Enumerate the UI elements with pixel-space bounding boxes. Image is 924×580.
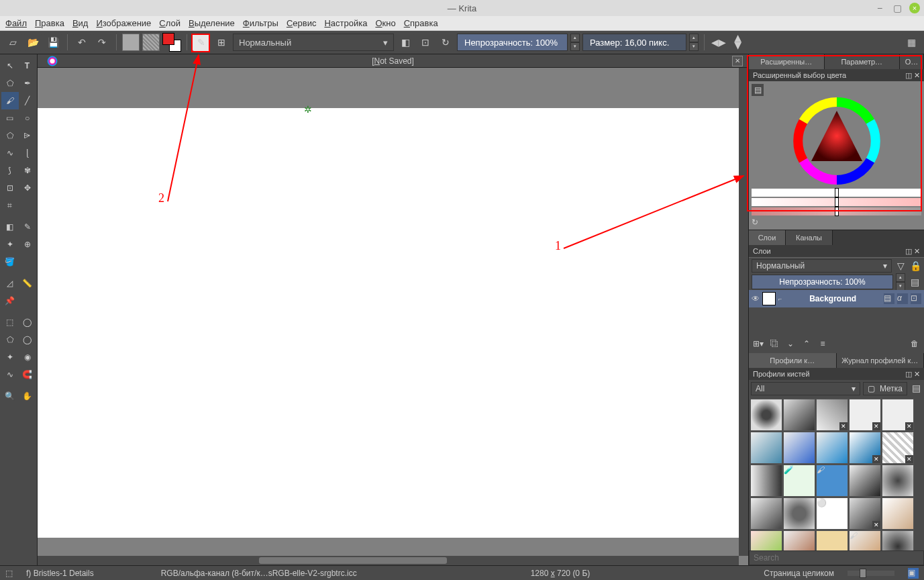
reference-tool[interactable]: 📌 <box>1 292 19 309</box>
polygon-tool[interactable]: ⬠ <box>1 127 19 144</box>
calligraphy-tool[interactable]: ✒ <box>19 75 36 92</box>
minimize-button[interactable]: − <box>874 3 885 13</box>
menu-view[interactable]: Вид <box>72 18 89 28</box>
menu-select[interactable]: Выделение <box>189 18 235 28</box>
ruler-tool[interactable]: 📏 <box>19 275 36 292</box>
preset-tag-button[interactable]: ▢ Метка <box>863 382 907 395</box>
smart-patch-tool[interactable]: ⊕ <box>19 236 36 253</box>
alpha-lock-button[interactable]: ⊡ <box>417 34 434 51</box>
workspace-button[interactable]: ▦ <box>903 34 920 51</box>
move-layer-tool[interactable]: ✥ <box>19 179 36 197</box>
preset-cell[interactable] <box>783 497 815 530</box>
add-layer-button[interactable]: ⊞▾ <box>752 337 765 350</box>
menu-filters[interactable]: Фильтры <box>243 18 278 28</box>
layer-opacity-slider[interactable]: Непрозрачность: 100% <box>752 275 893 289</box>
zoom-tool[interactable]: 🔍 <box>1 387 19 405</box>
tab-brush-presets[interactable]: Профили к… <box>749 353 837 368</box>
color-select-tool[interactable]: ◉ <box>19 348 36 366</box>
tab-layers[interactable]: Слои <box>749 230 786 245</box>
pan-tool[interactable]: ✋ <box>19 387 36 405</box>
menu-layer[interactable]: Слой <box>159 18 181 28</box>
zoom-fit-icon[interactable]: ▣ <box>908 568 919 579</box>
polyline-tool[interactable]: ⩥ <box>19 127 36 144</box>
preset-cell[interactable]: 🖌 <box>849 530 881 550</box>
preset-cell[interactable] <box>882 497 914 530</box>
dynamic-brush-tool[interactable]: ⟆ <box>1 162 19 179</box>
preset-cell[interactable] <box>882 465 914 497</box>
select-mode-icon[interactable]: ⬚ <box>5 569 13 578</box>
edit-shape-tool[interactable]: ⬠ <box>1 75 19 92</box>
duplicate-layer-button[interactable]: ⿻ <box>768 337 781 350</box>
close-document-button[interactable]: ✕ <box>732 56 743 66</box>
eraser-button[interactable]: ◧ <box>397 34 414 51</box>
preset-cell[interactable] <box>750 432 782 464</box>
preset-cell[interactable] <box>816 399 848 431</box>
fg-bg-color[interactable] <box>162 33 181 52</box>
assist-tool[interactable]: ◿ <box>1 275 19 292</box>
canvas-page[interactable] <box>38 108 739 538</box>
float-icon[interactable]: ◫ ✕ <box>905 247 920 256</box>
preset-grid[interactable]: 🧪 🖌 ⚪ 🖌 <box>749 397 924 550</box>
preset-cell[interactable] <box>882 530 914 550</box>
menu-window[interactable]: Окно <box>375 18 395 28</box>
transform-tool[interactable]: ⊡ <box>1 179 19 197</box>
rect-tool[interactable]: ▭ <box>1 109 19 127</box>
layer-blend-select[interactable]: Нормальный▾ <box>752 259 892 273</box>
preset-cell[interactable] <box>849 497 881 530</box>
preset-cell[interactable] <box>750 465 782 497</box>
opacity-spinners[interactable]: ▴▾ <box>570 34 580 51</box>
move-up-button[interactable]: ⌃ <box>800 337 813 350</box>
menu-settings[interactable]: Настройка <box>324 18 367 28</box>
bezier-tool[interactable]: ∿ <box>1 144 19 162</box>
reload-button[interactable]: ↻ <box>437 34 454 51</box>
brush-settings-button[interactable]: ⊞ <box>213 34 230 51</box>
tab-channels[interactable]: Каналы <box>786 230 833 245</box>
crop-tool[interactable]: ⌗ <box>1 197 19 214</box>
preset-filter-all[interactable]: All▾ <box>751 382 860 395</box>
undo-button[interactable]: ↶ <box>73 34 91 51</box>
delete-layer-button[interactable]: 🗑 <box>908 337 921 350</box>
ellipse-tool[interactable]: ○ <box>19 109 36 127</box>
gradient-tool[interactable]: ◧ <box>1 218 19 236</box>
freehand-select-tool[interactable]: ◯ <box>19 313 36 331</box>
menu-help[interactable]: Справка <box>404 18 438 28</box>
magnetic-select-tool[interactable]: 🧲 <box>19 366 36 383</box>
freehand-path-tool[interactable]: ɭ <box>19 144 36 162</box>
pattern-tool[interactable]: ✦ <box>1 236 19 253</box>
multibrush-tool[interactable]: ✾ <box>19 162 36 179</box>
preset-cell[interactable] <box>750 497 782 530</box>
contiguous-select-tool[interactable]: ✦ <box>1 348 19 366</box>
brush-tool[interactable]: 🖌 <box>1 92 19 109</box>
lock-icon[interactable]: 🔒 <box>909 260 921 272</box>
color-picker-tool[interactable]: ✎ <box>19 218 36 236</box>
open-file-button[interactable]: 📂 <box>24 34 42 51</box>
layer-lock-icon[interactable]: ⊡ <box>911 293 921 304</box>
menu-edit[interactable]: Правка <box>35 18 64 28</box>
preset-cell[interactable] <box>783 399 815 431</box>
eye-icon[interactable]: 👁 <box>752 294 760 303</box>
status-zoom-label[interactable]: Страница целиком <box>764 569 834 578</box>
redo-button[interactable]: ↷ <box>93 34 111 51</box>
save-file-button[interactable]: 💾 <box>44 34 62 51</box>
menu-image[interactable]: Изображение <box>96 18 151 28</box>
size-slider[interactable]: Размер: 16,00 пикс. <box>582 34 686 51</box>
preset-cell[interactable] <box>750 530 782 550</box>
new-file-button[interactable]: ▱ <box>4 34 21 51</box>
canvas-viewport[interactable]: ✲ <box>38 68 748 565</box>
zoom-slider[interactable] <box>848 571 894 576</box>
mirror-h-button[interactable]: ◀▶ <box>710 34 727 51</box>
preset-cell[interactable] <box>783 530 815 550</box>
move-tool[interactable]: ↖ <box>1 57 19 75</box>
layer-prop-icon[interactable]: ▤ <box>884 293 894 304</box>
preset-cell[interactable] <box>783 432 815 464</box>
gradient-swatch[interactable] <box>122 34 140 51</box>
tab-brush-history[interactable]: Журнал профилей к… <box>837 353 925 368</box>
polygon-select-tool[interactable]: ⬠ <box>1 331 19 348</box>
preset-cell[interactable] <box>750 399 782 431</box>
preset-cell[interactable] <box>816 432 848 464</box>
rect-select-tool[interactable]: ⬚ <box>1 313 19 331</box>
menu-tools[interactable]: Сервис <box>287 18 317 28</box>
bezier-select-tool[interactable]: ∿ <box>1 366 19 383</box>
mirror-v-button[interactable]: ◀▶ <box>730 34 748 51</box>
pattern-swatch[interactable] <box>142 34 160 51</box>
